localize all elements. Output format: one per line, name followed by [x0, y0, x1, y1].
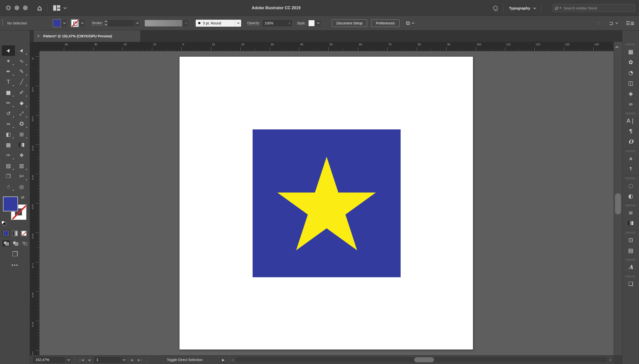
last-artboard-icon[interactable]: ▶❘	[138, 358, 143, 362]
isolate-selection-chevron-icon[interactable]	[412, 22, 414, 24]
glyphs-panel-icon[interactable]: A	[622, 262, 639, 272]
window-zoom-button[interactable]	[23, 6, 28, 10]
zoom-level-chevron-icon[interactable]	[65, 357, 71, 363]
tab-close-icon[interactable]: ×	[37, 34, 40, 39]
zoom-tool[interactable]: ◎	[15, 182, 28, 192]
shaper-tool[interactable]: ✏	[2, 98, 15, 108]
isolate-selection-icon[interactable]: ⧉	[406, 20, 410, 26]
home-icon[interactable]: ⌂	[37, 4, 42, 12]
document-setup-button[interactable]: Document Setup	[332, 20, 367, 27]
rectangle-tool[interactable]: ■	[2, 87, 15, 98]
dock-group-grip[interactable]	[626, 259, 636, 261]
vertical-scrollbar[interactable]	[613, 42, 622, 355]
artboard[interactable]	[179, 56, 473, 350]
artboard-tool[interactable]: ❐	[2, 171, 15, 182]
arrange-documents-icon[interactable]	[53, 5, 60, 11]
width-tool[interactable]: ≈	[2, 119, 15, 129]
opacity-field[interactable]: 100%	[263, 20, 287, 26]
window-minimize-button[interactable]	[15, 6, 19, 10]
ruler-origin-corner[interactable]	[30, 42, 40, 51]
brush-definition-select[interactable]: 5 pt. Round	[196, 20, 235, 27]
variable-width-profile-select[interactable]	[145, 20, 182, 26]
type-tool[interactable]: T	[2, 77, 15, 87]
horizontal-scroll-thumb[interactable]	[414, 357, 434, 362]
status-play-icon[interactable]: ▶	[222, 358, 225, 362]
document-tab[interactable]: × Pattern* @ 152,47% (CMYK/GPU Preview)	[34, 30, 140, 42]
stroke-weight-chevron-icon[interactable]	[134, 20, 140, 26]
character-panel-icon[interactable]: A❘	[622, 116, 639, 126]
dock-group-grip[interactable]	[626, 232, 636, 234]
eraser-tool[interactable]: ◆	[15, 98, 28, 108]
transform-panel-icon[interactable]: ⊡	[622, 234, 639, 245]
stroke-color-chevron-icon[interactable]	[79, 20, 85, 27]
magic-wand-tool[interactable]: ✶	[2, 56, 15, 66]
align-panel-icon[interactable]: ▤	[622, 245, 639, 256]
color-button[interactable]	[3, 230, 10, 237]
opentype-panel-icon[interactable]: O	[622, 136, 639, 147]
hand-tool[interactable]: ☝	[2, 182, 15, 192]
perspective-grid-tool[interactable]: ⊞	[15, 129, 28, 140]
variable-width-chevron-icon[interactable]	[183, 20, 188, 26]
column-graph-tool[interactable]: ▥	[15, 160, 28, 171]
pen-tool[interactable]: ✒	[2, 66, 15, 77]
swatches-panel-icon[interactable]: ▦	[622, 46, 639, 57]
opacity-label[interactable]: Opacity:	[247, 21, 260, 26]
scroll-right-icon[interactable]: ›	[610, 358, 611, 362]
artboard-number-chevron-icon[interactable]	[121, 357, 127, 363]
snap-options-icon[interactable]: ⊐	[609, 20, 613, 26]
horizontal-scrollbar[interactable]	[235, 357, 607, 362]
transparency-panel-icon[interactable]: ◐	[622, 191, 639, 201]
discover-lightbulb-icon[interactable]	[493, 6, 498, 10]
selection-tool[interactable]: ➤	[2, 46, 15, 56]
eyedropper-tool[interactable]: ✑	[2, 150, 15, 160]
edit-toolbar-ellipsis-icon[interactable]: •••	[0, 263, 30, 268]
draw-inside-button[interactable]	[21, 240, 29, 246]
default-fill-stroke-icon[interactable]	[2, 221, 7, 226]
gradient-button[interactable]	[12, 230, 19, 237]
line-segment-tool[interactable]: ╱	[15, 77, 28, 87]
fill-color-swatch[interactable]	[53, 20, 61, 27]
character-styles-panel-icon[interactable]: ᴀ	[622, 153, 639, 164]
none-button[interactable]	[21, 230, 28, 237]
style-swatch[interactable]	[308, 20, 315, 26]
previous-artboard-icon[interactable]: ◀	[88, 358, 90, 362]
direct-selection-tool[interactable]: ➤	[15, 46, 28, 56]
paragraph-panel-icon[interactable]: ¶	[622, 126, 639, 136]
app-grid-icon[interactable]: ∷	[597, 20, 600, 26]
vertical-scroll-thumb[interactable]	[615, 193, 621, 214]
zoom-level-field[interactable]: 152,47%	[33, 357, 65, 363]
status-text[interactable]: Toggle Direct Selection	[147, 358, 222, 362]
fill-color-chevron-icon[interactable]	[61, 20, 67, 27]
mesh-tool[interactable]: ▩	[2, 140, 15, 150]
symbol-sprayer-tool[interactable]: ▨	[2, 160, 15, 171]
shape-builder-tool[interactable]: ◧	[2, 129, 15, 140]
cc-libraries-panel-icon[interactable]: ∞	[622, 99, 639, 109]
workspace-switcher[interactable]: Typography	[509, 6, 535, 10]
asset-export-panel-icon[interactable]: ◫	[622, 78, 639, 88]
search-adobe-stock-input[interactable]: Search Adobe Stock	[553, 4, 635, 12]
lasso-tool[interactable]: ∿	[15, 56, 28, 66]
brush-definition-chevron-icon[interactable]	[235, 20, 241, 27]
rotate-tool[interactable]: ↺	[2, 108, 15, 119]
dock-group-grip[interactable]	[626, 150, 636, 152]
opacity-more-button[interactable]: ›	[287, 20, 292, 26]
color-guide-panel-icon[interactable]: ◔	[622, 67, 639, 78]
dock-group-grip[interactable]	[626, 112, 636, 114]
stroke-color-swatch[interactable]	[71, 20, 79, 27]
control-bar-grip[interactable]	[2, 20, 3, 27]
blue-square-shape[interactable]	[253, 130, 401, 277]
artboard-number-field[interactable]: 1	[94, 357, 121, 363]
layers-panel-icon[interactable]: ◈	[622, 88, 639, 99]
appearance-panel-icon[interactable]: ◌	[622, 180, 639, 191]
arrange-documents-chevron-icon[interactable]	[64, 6, 67, 9]
scroll-left-icon[interactable]: ‹	[232, 358, 233, 362]
canvas-pasteboard[interactable]	[40, 51, 613, 355]
stroke-panel-icon[interactable]: ≡	[622, 208, 639, 218]
dock-group-grip[interactable]	[626, 44, 636, 46]
paintbrush-tool[interactable]: ✐	[15, 87, 28, 98]
preferences-button[interactable]: Preferences	[371, 20, 399, 27]
stroke-label[interactable]: Stroke:	[92, 21, 103, 26]
puppet-warp-tool[interactable]: ✪	[15, 119, 28, 129]
horizontal-ruler[interactable]: 4030201001020304050607080901001101201301…	[40, 42, 613, 51]
change-screen-mode-icon[interactable]: ❐	[0, 250, 30, 258]
